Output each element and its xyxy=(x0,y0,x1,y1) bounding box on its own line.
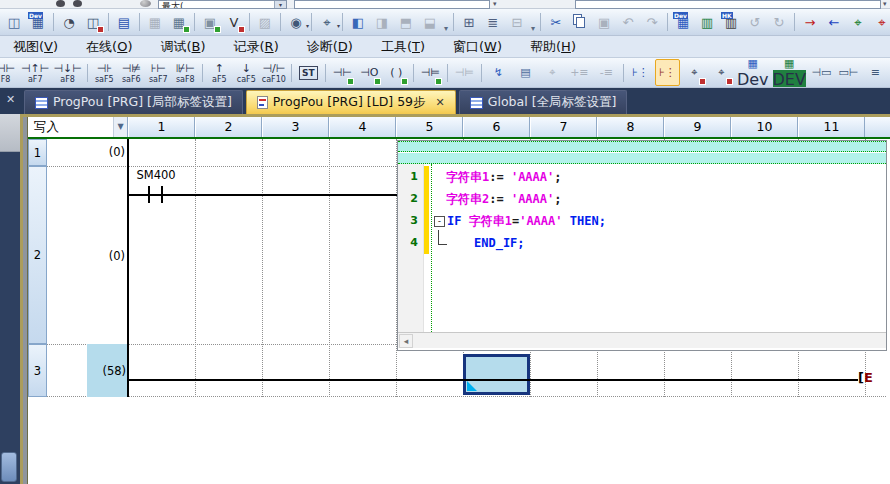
chevron-down-icon[interactable]: ▼ xyxy=(113,117,127,137)
draw-falling-af8[interactable]: ⊣↓⊢aF8 xyxy=(52,59,82,86)
st-code-line[interactable]: 字符串1:= 'AAAA'; xyxy=(434,166,886,188)
edit-rung-comment-button[interactable]: ⊣⊨ xyxy=(418,59,443,86)
row-number-cell[interactable]: 3 xyxy=(28,344,47,397)
tree-display-button[interactable]: ⊦⋮ xyxy=(628,59,653,86)
label-edit-icon[interactable]: ▣ xyxy=(199,12,221,33)
statement-dim-button[interactable]: ⊣⊨ xyxy=(452,59,477,86)
rung-del-caf10[interactable]: ⊣∕⊢caF10 xyxy=(261,59,287,86)
menu-R[interactable]: 记录(R) xyxy=(225,37,288,57)
dev-jump-button[interactable]: ▦DEV xyxy=(772,59,807,86)
insert-row-dim-button[interactable]: +≡ xyxy=(567,59,592,86)
st-code-line[interactable]: -IF 字符串1='AAAA' THEN; xyxy=(434,210,886,232)
device-test-icon[interactable]: V xyxy=(223,12,245,33)
window-zoom-icon[interactable]: ◧ xyxy=(347,12,369,33)
st-code-line[interactable]: 字符串2:= 'AAAA'; xyxy=(434,188,886,210)
tab-0[interactable]: ProgPou [PRG] [局部标签设置] xyxy=(24,90,243,114)
watch-stopwatch-icon[interactable]: ◔ xyxy=(58,12,80,33)
inline-st-box-button[interactable]: ST xyxy=(296,59,321,86)
parameter-list-icon[interactable]: ▤ xyxy=(113,12,135,33)
table-edit-icon[interactable]: ▦ xyxy=(168,12,190,33)
device-out-button[interactable]: ▭⊢ xyxy=(836,59,861,86)
draw-rising-af7[interactable]: ⊣↑⊢aF7 xyxy=(20,59,50,86)
chevron-down-icon[interactable]: ▾ xyxy=(274,1,286,9)
dim-tool-icon[interactable]: ▨ xyxy=(254,12,276,33)
branch-saf7[interactable]: ⊦⊢saF7 xyxy=(146,59,171,86)
menu-O[interactable]: 在线(O) xyxy=(77,37,141,57)
dock-splitter[interactable] xyxy=(0,114,20,152)
table-dim-icon[interactable]: ▦ xyxy=(144,12,166,33)
tab-2[interactable]: Global [全局标签设置] xyxy=(459,90,628,114)
zoom-combobox[interactable]: 最大( ▾ xyxy=(158,0,287,9)
menu-V[interactable]: 视图(V) xyxy=(4,37,67,57)
toolbar-overflow-icon[interactable]: ▾ xyxy=(531,24,535,35)
st-inline-box[interactable]: 1234 字符串1:= 'AAAA';字符串2:= 'AAAA';-IF 字符串… xyxy=(397,140,887,351)
globe-icon[interactable] xyxy=(140,0,151,7)
menu-W[interactable]: 窗口(W) xyxy=(444,37,511,57)
mode-selector[interactable]: 写入 ▼ xyxy=(28,117,128,137)
vline-del-caf5[interactable]: ↓caF5 xyxy=(234,59,259,86)
st-box-header-row[interactable] xyxy=(398,141,886,152)
st-code-area[interactable]: 1234 字符串1:= 'AAAA';字符串2:= 'AAAA';-IF 字符串… xyxy=(398,164,886,332)
convert-all-button[interactable]: ▤ xyxy=(513,59,538,86)
top-input-field-2[interactable] xyxy=(575,0,881,9)
menu-D[interactable]: 诊断(D) xyxy=(298,37,362,57)
align-statement-button[interactable]: ≡ xyxy=(863,59,888,86)
st-code-lines[interactable]: 字符串1:= 'AAAA';字符串2:= 'AAAA';-IF 字符串1='AA… xyxy=(424,164,886,332)
toolbar-overflow-icon[interactable]: ▾ xyxy=(444,24,448,35)
find-string-icon[interactable]: ▥HK xyxy=(720,12,742,33)
step-number-highlight[interactable]: (58) xyxy=(87,344,128,397)
window-dim-2-icon[interactable]: ⬒ xyxy=(395,12,417,33)
st-horizontal-scrollbar[interactable]: ◂ xyxy=(398,332,886,348)
module-dim-icon[interactable]: ⊟ xyxy=(506,12,528,33)
find-instruction-icon[interactable]: ▥ xyxy=(696,12,718,33)
edit-coil-button[interactable]: ( ) xyxy=(384,59,409,86)
selected-cell[interactable] xyxy=(463,354,530,395)
rung-wire[interactable] xyxy=(128,194,397,196)
contact-symbol[interactable] xyxy=(161,186,163,203)
menu-H[interactable]: 帮助(H) xyxy=(521,37,585,57)
diagnostics-icon[interactable]: ⌖ xyxy=(871,12,890,33)
verify-plc-icon[interactable]: ⌖ xyxy=(847,12,869,33)
close-icon[interactable]: ✕ xyxy=(436,96,445,109)
find-device-icon[interactable]: ▦Dev xyxy=(672,12,694,33)
vline-af5[interactable]: ↑aF5 xyxy=(207,59,232,86)
contact-symbol[interactable] xyxy=(148,186,150,203)
branch-saf8[interactable]: ⊮⊢saF8 xyxy=(173,59,198,86)
fold-collapse-icon[interactable]: - xyxy=(434,216,445,227)
menu-B[interactable]: 调试(B) xyxy=(151,37,214,57)
replace-dim-1-icon[interactable]: ↺ xyxy=(744,12,766,33)
delete-row-dim-button[interactable]: -≡ xyxy=(594,59,619,86)
write-to-plc-icon[interactable]: → xyxy=(799,12,821,33)
edit-open-branch-button[interactable]: ⊣O xyxy=(357,59,382,86)
find-replace-device-button[interactable]: ⌖ xyxy=(682,59,707,86)
window-dim-1-icon[interactable]: ◨ xyxy=(371,12,393,33)
convert-button[interactable]: ↯ xyxy=(486,59,511,86)
tab-active-1[interactable]: ProgPou [PRG] [LD] 59步✕ xyxy=(246,90,456,114)
device-in-button[interactable]: ⊣▭ xyxy=(809,59,834,86)
read-from-plc-icon[interactable]: ← xyxy=(823,12,845,33)
st-box-header-row-2[interactable] xyxy=(398,153,886,164)
paste-icon[interactable]: ▣ xyxy=(593,12,615,33)
toolbar-circle-icon[interactable] xyxy=(73,0,82,7)
draw-contact-f8[interactable]: ⊣⊢F8 xyxy=(0,59,18,86)
monitor-window-icon[interactable]: ◫ xyxy=(3,12,25,33)
edit-contact-button[interactable]: ⊣⊢ xyxy=(330,59,355,86)
contact-device-label[interactable]: SM400 xyxy=(130,168,182,182)
toolbar-overflow-icon[interactable]: ▾ xyxy=(493,0,497,8)
dev-find-button[interactable]: ▦Dev xyxy=(736,59,770,86)
rung-wire[interactable] xyxy=(128,379,858,381)
search-dim-button[interactable]: ⌖ xyxy=(540,59,565,86)
tree-display-2-button[interactable]: ⊦⋮ xyxy=(655,59,680,86)
watch-eye-icon[interactable]: ◉▾ xyxy=(285,12,307,33)
replace-dim-2-icon[interactable]: ↻ xyxy=(768,12,790,33)
device-search-icon[interactable]: ⌖▾ xyxy=(316,12,338,33)
monitor-status-icon[interactable]: ◫ xyxy=(82,12,104,33)
row-number-cell[interactable]: 1 xyxy=(28,139,47,166)
toolbar-overflow-icon[interactable]: ▾ xyxy=(883,0,887,8)
cut-icon[interactable]: ✂ xyxy=(545,12,567,33)
plc-unit-icon[interactable]: ⊞ xyxy=(458,12,480,33)
branch-saf5[interactable]: ⊣⊦saF5 xyxy=(92,59,117,86)
close-icon[interactable]: ✕ xyxy=(6,93,15,106)
ladder-canvas[interactable]: SM400 1(0)2(0)3(58) 1234 xyxy=(28,139,890,482)
top-input-field[interactable] xyxy=(294,0,490,9)
